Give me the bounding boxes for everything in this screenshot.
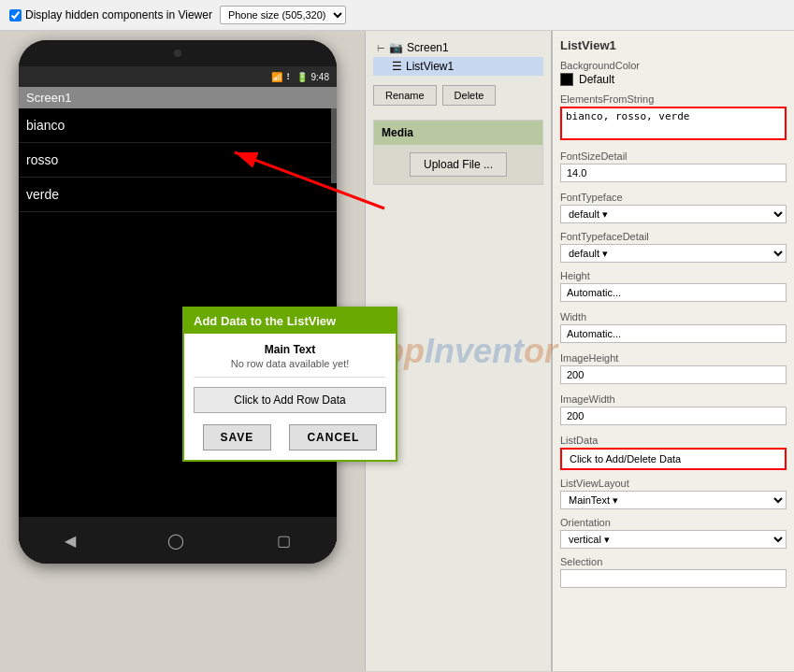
fonttypefacedetail-select[interactable]: default ▾ [560,244,787,263]
action-buttons: Rename Delete [373,85,543,106]
bgcolor-swatch [560,73,573,86]
list-item: verde [19,178,337,212]
prop-label-width: Width [560,311,787,322]
collapse-icon: ⊢ [377,43,385,53]
width-input[interactable] [560,324,787,343]
main-layout: 📶 ⠇ 🔋 9:48 Screen1 bianco rosso verde ◀ … [0,31,794,671]
dialog-buttons: SAVE CANCEL [194,424,386,450]
prop-label-bgcolor: BackgroundColor [560,60,787,71]
dialog-no-data-text: No row data available yet! [194,358,386,378]
recent-nav-icon: ▢ [277,532,291,550]
listviewlayout-select[interactable]: MainText ▾ [560,491,787,509]
prop-label-fonttypefacedetail: FontTypefaceDetail [560,231,787,242]
screen1-icon: 📷 [389,41,403,54]
listview-icon: ☰ [392,60,402,73]
add-data-dialog: Add Data to the ListView Main Text No ro… [182,307,397,462]
phone-listview: bianco rosso verde [19,108,337,212]
prop-label-elements: ElementsFromString [560,93,787,105]
wifi-icon: 📶 [271,72,282,82]
cancel-button[interactable]: CANCEL [289,424,377,450]
display-hidden-label: Display hidden components in Viewer [25,8,212,21]
height-input[interactable] [560,283,787,302]
prop-label-imagewidth: ImageWidth [560,393,787,405]
phone-top-bar [19,40,337,66]
clock: 9:48 [311,72,329,82]
signal-icon: ⠇ [286,72,293,82]
phone-camera [174,50,181,57]
phone-size-select[interactable]: Phone size (505,320) [220,6,346,24]
back-nav-icon: ◀ [65,532,76,550]
screen1-label: Screen1 [407,41,449,54]
dialog-main-text-label: Main Text [194,343,386,356]
upload-file-button[interactable]: Upload File ... [410,152,507,177]
prop-label-fontsizedetail: FontSizeDetail [560,150,787,162]
left-panel: 📶 ⠇ 🔋 9:48 Screen1 bianco rosso verde ◀ … [0,31,365,671]
listview-label: ListView1 [406,60,454,73]
prop-label-listviewlayout: ListViewLayout [560,478,787,489]
bgcolor-text: Default [579,73,614,86]
prop-label-selection: Selection [560,556,787,567]
prop-label-fonttypeface: FontTypeface [560,192,787,203]
list-data-button[interactable]: Click to Add/Delete Data [560,448,787,470]
prop-label-imageheight: ImageHeight [560,352,787,364]
prop-label-height: Height [560,270,787,281]
display-hidden-checkbox[interactable] [9,9,22,21]
phone-status-bar: 📶 ⠇ 🔋 9:48 [19,66,337,87]
phone-bottom-bar: ◀ ◯ ▢ [19,517,337,564]
phone-screen-title: Screen1 [19,87,337,108]
imageheight-input[interactable] [560,365,787,384]
phone-device: 📶 ⠇ 🔋 9:48 Screen1 bianco rosso verde ◀ … [19,40,337,564]
media-section: Media Upload File ... [373,120,543,185]
rename-button[interactable]: Rename [373,85,437,106]
home-nav-icon: ◯ [167,532,184,550]
properties-panel-title: ListView1 [560,38,787,52]
prop-label-listdata: ListData [560,435,787,446]
battery-icon: 🔋 [296,72,308,82]
right-panel: ListView1 BackgroundColor Default Elemen… [552,31,794,671]
imagewidth-input[interactable] [560,407,787,425]
prop-label-orientation: Orientation [560,517,787,528]
dialog-body: Main Text No row data available yet! Cli… [184,334,396,460]
add-row-button[interactable]: Click to Add Row Data [194,387,386,413]
fontsizedetail-input[interactable] [560,164,787,182]
save-button[interactable]: SAVE [203,424,272,450]
tree-item-screen: ⊢ 📷 Screen1 [373,38,543,57]
list-item: bianco [19,108,337,143]
orientation-select[interactable]: vertical ▾ [560,530,787,549]
list-item: rosso [19,143,337,178]
dialog-title: Add Data to the ListView [184,308,396,334]
fonttypeface-select[interactable]: default ▾ [560,205,787,223]
delete-button[interactable]: Delete [442,85,497,106]
media-body: Upload File ... [374,145,542,184]
phone-scrollbar [331,108,337,183]
display-hidden-checkbox-label[interactable]: Display hidden components in Viewer [9,8,212,21]
media-title: Media [374,121,542,145]
selection-input[interactable] [560,569,787,588]
elements-from-string-textarea[interactable]: bianco, rosso, verde [560,107,787,140]
tree-item-listview[interactable]: ☰ ListView1 [373,57,543,76]
bgcolor-value: Default [560,73,787,86]
top-bar: Display hidden components in Viewer Phon… [0,0,794,31]
